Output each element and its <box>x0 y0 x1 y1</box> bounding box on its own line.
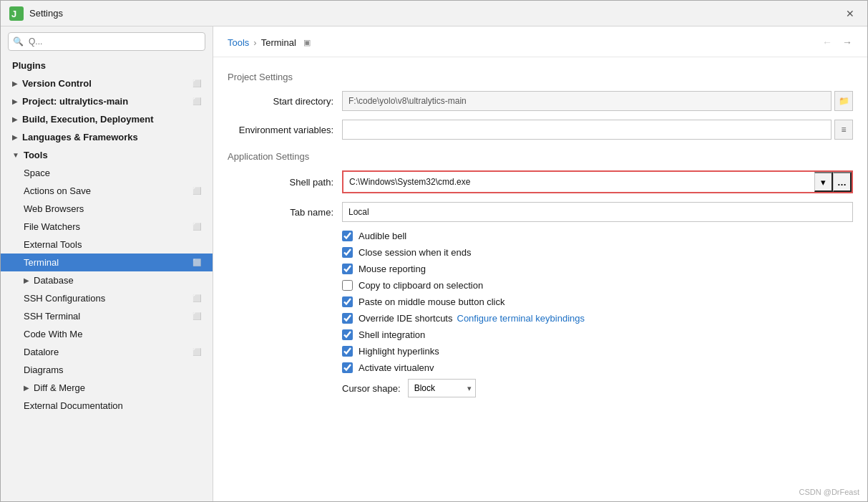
cursor-shape-select[interactable]: Block Underline Vertical bar <box>408 379 476 397</box>
search-input[interactable] <box>8 32 205 51</box>
override-ide-checkbox[interactable] <box>342 313 353 324</box>
tab-name-input[interactable] <box>342 202 853 222</box>
back-button[interactable]: ← <box>819 34 836 51</box>
sidebar-label: SSH Configurations <box>24 293 190 304</box>
activate-virtualenv-label: Activate virtualenv <box>359 362 434 373</box>
highlight-hyperlinks-checkbox[interactable] <box>342 346 353 357</box>
arrow-icon: ▶ <box>12 115 18 123</box>
sidebar-item-tools[interactable]: ▼ Tools <box>1 146 213 164</box>
shell-path-label: Shell path: <box>228 177 342 188</box>
sidebar-label: Datalore <box>24 347 190 357</box>
sidebar-item-web-browsers[interactable]: Web Browsers <box>1 200 213 218</box>
sidebar-item-database[interactable]: ▶ Database <box>1 271 213 289</box>
shell-integration-checkbox[interactable] <box>342 329 353 340</box>
sidebar-item-ssh-configurations[interactable]: SSH Configurations ⬜ <box>1 289 213 307</box>
tab-name-field <box>342 202 853 222</box>
ext-icon: ⬜ <box>192 97 201 105</box>
app-settings-title: Application Settings <box>228 151 853 162</box>
sidebar-label: Plugins <box>12 60 201 71</box>
sidebar-label: Code With Me <box>24 329 201 339</box>
sidebar-item-version-control[interactable]: ▶ Version Control ⬜ <box>1 74 213 92</box>
shell-path-field: ▾ … <box>342 170 853 193</box>
start-directory-input[interactable] <box>342 91 832 111</box>
checkbox-shell-integration: Shell integration <box>228 329 853 340</box>
ext-icon: ⬜ <box>192 259 201 266</box>
env-variables-edit-button[interactable]: ≡ <box>834 120 853 140</box>
sidebar-item-code-with-me[interactable]: Code With Me <box>1 325 213 343</box>
env-variables-input[interactable] <box>342 120 832 140</box>
checkbox-override-ide: Override IDE shortcuts Configure termina… <box>228 313 853 324</box>
sidebar-label: Version Control <box>22 78 190 89</box>
breadcrumb-current: Terminal <box>261 37 296 48</box>
paste-middle-checkbox[interactable] <box>342 296 353 307</box>
override-ide-label: Override IDE shortcuts <box>359 313 453 324</box>
search-container: 🔍 <box>8 32 205 51</box>
arrow-icon: ▶ <box>12 133 18 141</box>
sidebar-item-external-tools[interactable]: External Tools <box>1 236 213 254</box>
sidebar-item-datalore[interactable]: Datalore ⬜ <box>1 343 213 361</box>
sidebar-item-terminal[interactable]: Terminal ⬜ <box>1 254 213 271</box>
sidebar-item-build[interactable]: ▶ Build, Execution, Deployment <box>1 110 213 128</box>
start-directory-browse-button[interactable]: 📁 <box>834 91 853 111</box>
window-title: Settings <box>29 8 842 19</box>
sidebar-label: Tools <box>24 150 201 160</box>
arrow-icon: ▶ <box>24 276 29 284</box>
checkbox-activate-virtualenv: Activate virtualenv <box>228 362 853 373</box>
env-variables-row: Environment variables: ≡ <box>228 120 853 140</box>
checkbox-highlight-hyperlinks: Highlight hyperlinks <box>228 346 853 357</box>
forward-button[interactable]: → <box>839 34 856 51</box>
sidebar-label: Actions on Save <box>24 185 190 196</box>
shell-more-button[interactable]: … <box>833 172 852 192</box>
cursor-shape-label: Cursor shape: <box>342 383 401 394</box>
sidebar-label: File Watchers <box>24 221 190 232</box>
watermark: CSDN @DrFeast <box>799 488 859 496</box>
audible-bell-checkbox[interactable] <box>342 231 353 241</box>
sidebar-item-diagrams[interactable]: Diagrams <box>1 361 213 379</box>
sidebar-item-file-watchers[interactable]: File Watchers ⬜ <box>1 218 213 236</box>
search-icon: 🔍 <box>13 37 24 47</box>
breadcrumb-separator: › <box>253 37 256 48</box>
checkbox-paste-middle: Paste on middle mouse button click <box>228 296 853 307</box>
start-directory-field: 📁 <box>342 91 853 111</box>
activate-virtualenv-checkbox[interactable] <box>342 362 353 373</box>
copy-clipboard-checkbox[interactable] <box>342 280 353 291</box>
main-header: Tools › Terminal ▣ ← → <box>213 26 867 57</box>
nav-buttons: ← → <box>819 34 856 51</box>
breadcrumb-parent[interactable]: Tools <box>228 37 249 48</box>
sidebar-label: Diagrams <box>24 365 201 375</box>
ext-icon: ⬜ <box>192 223 201 231</box>
shell-path-input[interactable] <box>343 172 814 192</box>
app-icon: J <box>9 6 24 21</box>
sidebar-item-project[interactable]: ▶ Project: ultralytics-main ⬜ <box>1 92 213 110</box>
shell-dropdown-button[interactable]: ▾ <box>814 172 833 192</box>
shell-path-row: Shell path: ▾ … <box>228 170 853 193</box>
title-bar: J Settings ✕ <box>1 1 867 26</box>
sidebar-item-diff-merge[interactable]: ▶ Diff & Merge <box>1 379 213 397</box>
sidebar-item-actions-on-save[interactable]: Actions on Save ⬜ <box>1 182 213 200</box>
mouse-reporting-checkbox[interactable] <box>342 264 353 274</box>
close-button[interactable]: ✕ <box>842 5 859 22</box>
content-area: 🔍 Plugins ▶ Version Control ⬜ ▶ Project: <box>1 26 867 501</box>
sidebar-item-languages[interactable]: ▶ Languages & Frameworks <box>1 128 213 146</box>
breadcrumb: Tools › Terminal ▣ <box>228 37 819 48</box>
sidebar-label: SSH Terminal <box>24 311 190 322</box>
ext-icon: ⬜ <box>192 312 201 320</box>
checkbox-audible-bell: Audible bell <box>228 231 853 241</box>
cursor-shape-row: Cursor shape: Block Underline Vertical b… <box>228 379 853 397</box>
sidebar-item-external-documentation[interactable]: External Documentation <box>1 397 213 415</box>
arrow-icon: ▶ <box>12 79 18 87</box>
sidebar-label: Project: ultralytics-main <box>22 96 190 107</box>
sidebar-label: Build, Execution, Deployment <box>22 114 201 125</box>
sidebar-item-space[interactable]: Space <box>1 164 213 182</box>
arrow-icon: ▼ <box>12 151 19 159</box>
sidebar-label: External Tools <box>24 239 201 250</box>
sidebar-label: Web Browsers <box>24 203 201 214</box>
svg-text:J: J <box>11 9 16 19</box>
configure-keybindings-link[interactable]: Configure terminal keybindings <box>457 313 585 324</box>
main-panel: Tools › Terminal ▣ ← → Project Settings … <box>213 26 867 501</box>
close-session-checkbox[interactable] <box>342 247 353 258</box>
sidebar-label: Terminal <box>24 257 190 268</box>
sidebar-item-ssh-terminal[interactable]: SSH Terminal ⬜ <box>1 307 213 325</box>
sidebar-label: Languages & Frameworks <box>22 132 201 143</box>
sidebar-item-plugins[interactable]: Plugins <box>1 57 213 74</box>
